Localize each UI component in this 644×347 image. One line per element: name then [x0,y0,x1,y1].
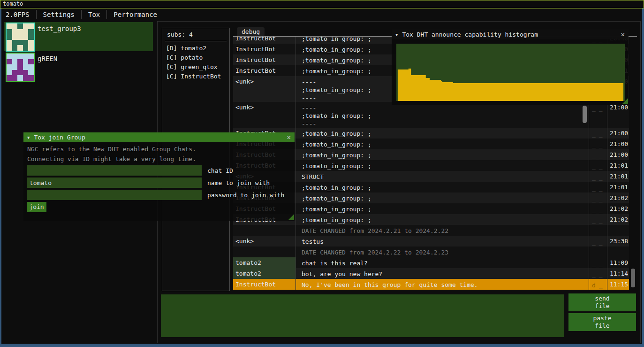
menu-item-settings[interactable]: Settings [37,10,81,19]
flag-pending: _ [592,260,596,267]
avatar-pixel [7,40,12,46]
flag-pending: _ [599,105,603,112]
sender-name: tomato2 [233,268,295,279]
avatar-pixel [12,23,18,29]
close-icon[interactable]: ✕ [287,133,291,141]
flag-pending: _ [592,195,596,202]
flag-pending: _ [599,206,603,213]
subs-member-list: [D] tomato2[C] potato[C] green_qtox[C] I… [166,44,221,81]
message-text: STRUCT [295,171,589,182]
join-dialog-titlebar[interactable]: ▼ Tox join Group [23,132,295,142]
message-flags: __ [589,149,607,160]
app-window: tomato 2.0FPSSettingsToxPerformance test… [0,0,644,347]
menu-bar: 2.0FPSSettingsToxPerformance [4,9,164,20]
window-border-left [0,8,1,347]
subs-member[interactable]: [C] green_qtox [166,62,221,72]
tab-debug[interactable]: debug [237,27,265,36]
collapse-arrow-icon[interactable]: ▼ [27,135,30,140]
join-dialog-title: Tox join Group [34,134,85,141]
flag-delivered: d [592,282,596,289]
avatar-pixel [28,75,34,81]
close-icon[interactable]: ✕ [621,31,625,38]
paste-file-button[interactable]: paste file [568,313,636,331]
date-separator-row: DATE CHANGED from 2024.2.21 to 2024.2.22 [233,225,629,236]
flag-pending: _ [592,131,596,138]
message-line: ;tomato_in_group: ; [302,205,589,213]
sender-name: <unk> [233,76,295,102]
message-line: ;tomato_in_group: ; [302,151,589,159]
message-time: 21:00 [607,102,629,128]
subs-count-label: subs: 4 [167,31,193,38]
menu-item-tox[interactable]: Tox [82,10,106,19]
message-line: ---- [302,120,589,128]
message-flags: __ [589,268,607,279]
chat-scrollbar[interactable] [631,269,635,287]
resize-grip[interactable] [288,214,294,220]
avatar-pixel [23,54,29,59]
window-titlebar[interactable]: tomato [0,0,644,8]
chat-id-input[interactable] [27,165,202,176]
group-item-test_group3[interactable]: test_group3 [4,22,153,51]
chat-message-row[interactable]: <unk>testus__23:38 [233,236,629,247]
message-line: No, I've been in this group for quite so… [302,281,589,289]
avatar-pixel [17,54,23,59]
flag-pending: _ [592,141,596,148]
flag-pending: _ [592,217,596,224]
subs-member[interactable]: [C] potato [166,53,221,62]
avatar-pixel [7,59,12,65]
group-item-gREEN[interactable]: gREEN [4,52,153,81]
message-line: chat is this real? [302,259,589,267]
collapse-arrow-icon[interactable]: ▼ [395,32,398,37]
avatar-pixel [12,64,18,70]
message-time: 11:15 [607,279,629,290]
message-cell-scrollbar[interactable] [583,106,587,123]
avatar-pixel [7,45,12,51]
avatar-pixel [12,59,18,65]
send-file-button[interactable]: send file [568,293,636,311]
message-line: ;tomato_in_group: ; [302,162,589,170]
avatar-pixel [17,45,23,51]
avatar-pixel [17,40,23,46]
flag-pending: _ [592,185,596,192]
message-line: ;tomato_in_group: ; [302,130,589,138]
join-name-input[interactable]: tomato [27,177,202,188]
join-password-input[interactable] [27,190,202,200]
message-input[interactable] [161,294,564,337]
flag-pending: _ [592,152,596,159]
resize-grip[interactable] [622,98,628,104]
avatar-pixel [23,34,29,40]
chat-message-row[interactable]: tomato2chat is this real?__11:09 [233,257,629,268]
avatar-pixel [12,34,18,40]
chat-message-row[interactable]: InstructBotNo, I've been in this group f… [233,279,629,290]
message-text: ;tomato_in_group: ; [295,149,589,160]
avatar-pixel [12,75,18,81]
message-text: ;tomato_in_group: ; [295,128,589,139]
flag-pending: _ [592,174,596,181]
message-flags: __ [589,171,607,182]
avatar-pixel [28,59,34,65]
subs-member[interactable]: [D] tomato2 [166,44,221,53]
subs-separator [165,41,227,41]
message-time: 23:38 [607,236,629,247]
avatar-pixel [7,29,12,35]
message-time: 21:00 [607,128,629,139]
sender-name: <unk> [233,236,295,247]
menu-item-2-0fps[interactable]: 2.0FPS [4,10,36,19]
histogram-window-titlebar[interactable]: ▼ Tox DHT announce capability histogram [392,30,629,39]
sender-name: InstructBot [233,44,295,54]
join-field-label: name to join with [207,179,270,186]
message-time: 21:02 [607,203,629,214]
message-time [607,247,629,257]
subs-member[interactable]: [C] InstructBot [166,72,221,81]
menu-item-performance[interactable]: Performance [107,10,164,19]
avatar-pixel [28,23,34,29]
group-avatar [6,23,35,52]
avatar-pixel [12,40,18,46]
chat-message-row[interactable]: <unk>----;tomato_in_group: ;----__21:00 [233,102,629,128]
avatar-pixel [17,75,23,81]
message-line: testus [302,238,589,246]
join-button[interactable]: join [27,202,46,212]
histogram-window-title: Tox DHT announce capability histogram [402,31,538,38]
message-flags: __ [589,139,607,149]
chat-message-row[interactable]: tomato2bot, are you new here?__11:14 [233,268,629,279]
